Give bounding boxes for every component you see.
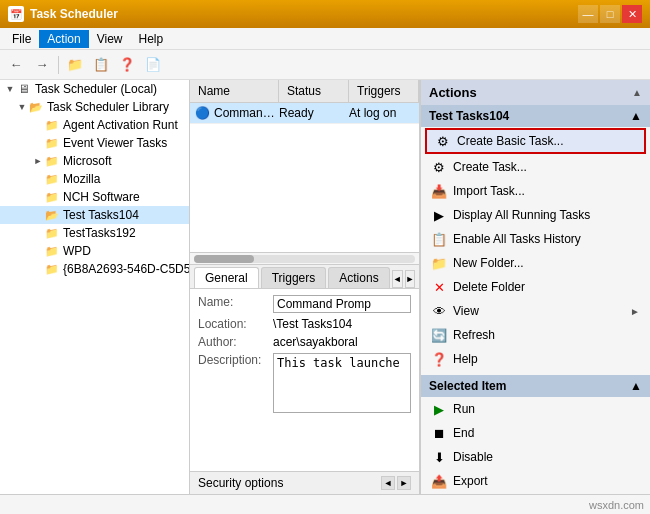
tab-nav-right[interactable]: ►: [405, 270, 416, 288]
task-row-triggers: At log on: [349, 106, 419, 120]
tree-arrow-guid: [32, 263, 44, 275]
maximize-button[interactable]: □: [600, 5, 620, 23]
detail-location-row: Location: \Test Tasks104: [198, 317, 411, 331]
tree-agent[interactable]: 📁 Agent Activation Runt: [0, 116, 189, 134]
tree-agent-label: Agent Activation Runt: [63, 118, 178, 132]
action-view[interactable]: 👁 View ►: [421, 299, 650, 323]
help-button[interactable]: ❓: [115, 53, 139, 77]
detail-name-value: [273, 295, 411, 313]
action-help-label: Help: [453, 352, 478, 366]
actions-title: Actions: [429, 85, 477, 100]
tab-nav-left[interactable]: ◄: [392, 270, 403, 288]
export-icon: 📤: [431, 473, 447, 489]
scrollbar-track: [194, 255, 415, 263]
tree-test192[interactable]: 📁 TestTasks192: [0, 224, 189, 242]
scroll-nav-left[interactable]: ◄: [381, 476, 395, 490]
action-run[interactable]: ▶ Run: [421, 397, 650, 421]
menu-view[interactable]: View: [89, 30, 131, 48]
selected-item-icon: ▲: [630, 379, 642, 393]
tree-arrow-library: ▼: [16, 101, 28, 113]
folder-button[interactable]: 📁: [63, 53, 87, 77]
action-export[interactable]: 📤 Export: [421, 469, 650, 493]
tree-nch[interactable]: 📁 NCH Software: [0, 188, 189, 206]
selected-item-section: Selected Item ▲: [421, 375, 650, 397]
close-button[interactable]: ✕: [622, 5, 642, 23]
action-new-folder[interactable]: 📁 New Folder...: [421, 251, 650, 275]
tree-library[interactable]: ▼ 📂 Task Scheduler Library: [0, 98, 189, 116]
window-title: Task Scheduler: [30, 7, 572, 21]
back-button[interactable]: ←: [4, 53, 28, 77]
tab-actions[interactable]: Actions: [328, 267, 389, 288]
app-icon: 📅: [8, 6, 24, 22]
tree-test104[interactable]: 📂 Test Tasks104: [0, 206, 189, 224]
name-input[interactable]: [273, 295, 411, 313]
tab-general[interactable]: General: [194, 267, 259, 288]
run-icon: ▶: [431, 401, 447, 417]
tree-test104-label: Test Tasks104: [63, 208, 139, 222]
tree-event-viewer[interactable]: 📁 Event Viewer Tasks: [0, 134, 189, 152]
main-content: ▼ 🖥 Task Scheduler (Local) ▼ 📂 Task Sche…: [0, 80, 650, 494]
forward-button[interactable]: →: [30, 53, 54, 77]
tree-guid[interactable]: 📁 {6B8A2693-546D-C5D5: [0, 260, 189, 278]
scroll-nav-right[interactable]: ►: [397, 476, 411, 490]
task-row-name: Command P...: [214, 106, 279, 120]
task-list-header: Name Status Triggers: [190, 80, 419, 103]
task-list: 🔵 Command P... Ready At log on: [190, 103, 419, 252]
folder-icon-event: 📁: [44, 136, 60, 150]
action-end-label: End: [453, 426, 474, 440]
tab-triggers[interactable]: Triggers: [261, 267, 327, 288]
action-refresh[interactable]: 🔄 Refresh: [421, 323, 650, 347]
list-scrollbar[interactable]: [190, 252, 419, 264]
folder-icon-agent: 📁: [44, 118, 60, 132]
tree-arrow-test192: [32, 227, 44, 239]
minimize-button[interactable]: —: [578, 5, 598, 23]
tree-arrow-microsoft: ►: [32, 155, 44, 167]
action-disable[interactable]: ⬇ Disable: [421, 445, 650, 469]
col-header-status[interactable]: Status: [279, 80, 349, 102]
tree-arrow-wpd: [32, 245, 44, 257]
menu-help[interactable]: Help: [131, 30, 172, 48]
action-create-basic[interactable]: ⚙ Create Basic Task...: [425, 128, 646, 154]
detail-location-value: \Test Tasks104: [273, 317, 411, 331]
menu-file[interactable]: File: [4, 30, 39, 48]
doc-button[interactable]: 📄: [141, 53, 165, 77]
watermark: wsxdn.com: [589, 499, 644, 511]
action-running-label: Display All Running Tasks: [453, 208, 590, 222]
description-textarea[interactable]: This task launche: [273, 353, 411, 413]
folder-icon-guid: 📁: [44, 262, 60, 276]
folder-icon-wpd: 📁: [44, 244, 60, 258]
left-panel: ▼ 🖥 Task Scheduler (Local) ▼ 📂 Task Sche…: [0, 80, 190, 494]
import-icon: 📥: [431, 183, 447, 199]
tree-wpd[interactable]: 📁 WPD: [0, 242, 189, 260]
tree-arrow-nch: [32, 191, 44, 203]
action-import[interactable]: 📥 Import Task...: [421, 179, 650, 203]
tree-arrow-root: ▼: [4, 83, 16, 95]
task-row-icon: 🔵: [190, 106, 214, 120]
tree-nch-label: NCH Software: [63, 190, 140, 204]
status-bar: wsxdn.com: [0, 494, 650, 514]
menu-action[interactable]: Action: [39, 30, 88, 48]
security-options-bar: Security options ◄ ►: [190, 471, 419, 494]
detail-desc-value: This task launche: [273, 353, 411, 416]
action-new-folder-label: New Folder...: [453, 256, 524, 270]
action-help[interactable]: ❓ Help: [421, 347, 650, 371]
enable-history-icon: 📋: [431, 231, 447, 247]
col-header-triggers[interactable]: Triggers: [349, 80, 419, 102]
tree-root[interactable]: ▼ 🖥 Task Scheduler (Local): [0, 80, 189, 98]
action-delete-folder[interactable]: ✕ Delete Folder: [421, 275, 650, 299]
col-header-name[interactable]: Name: [190, 80, 279, 102]
action-create-task[interactable]: ⚙ Create Task...: [421, 155, 650, 179]
clipboard-button[interactable]: 📋: [89, 53, 113, 77]
tree-root-label: Task Scheduler (Local): [35, 82, 157, 96]
tree-microsoft[interactable]: ► 📁 Microsoft: [0, 152, 189, 170]
expand-icon[interactable]: ▲: [632, 87, 642, 98]
help-icon: ❓: [431, 351, 447, 367]
action-end[interactable]: ⏹ End: [421, 421, 650, 445]
running-icon: ▶: [431, 207, 447, 223]
view-icon: 👁: [431, 303, 447, 319]
create-basic-icon: ⚙: [435, 133, 451, 149]
table-row[interactable]: 🔵 Command P... Ready At log on: [190, 103, 419, 124]
action-running[interactable]: ▶ Display All Running Tasks: [421, 203, 650, 227]
action-enable-history[interactable]: 📋 Enable All Tasks History: [421, 227, 650, 251]
tree-mozilla[interactable]: 📁 Mozilla: [0, 170, 189, 188]
